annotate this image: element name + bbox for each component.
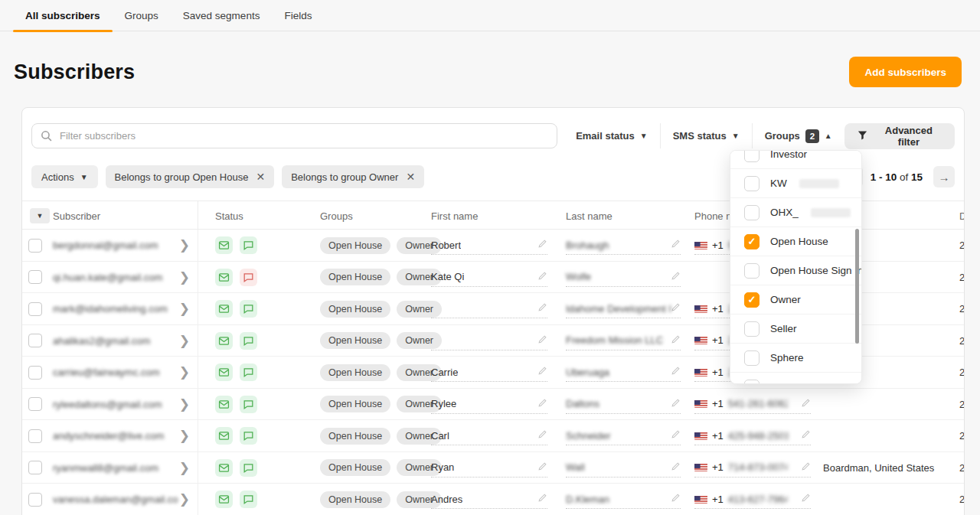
group-option[interactable]: OHX_	[730, 198, 861, 227]
chevron-right-icon[interactable]: ❯	[178, 429, 191, 442]
edit-pencil-icon[interactable]	[537, 429, 547, 442]
filter-chip[interactable]: Belongs to group Open House ✕	[106, 165, 275, 188]
group-option[interactable]: KW	[730, 169, 861, 198]
last-name-field[interactable]: Uberuaga	[566, 366, 681, 382]
last-name-field[interactable]: Idahome Development I	[566, 302, 681, 318]
edit-pencil-icon[interactable]	[537, 398, 547, 410]
checkbox[interactable]	[744, 350, 760, 366]
email-status-filter[interactable]: Email status ▼	[564, 123, 660, 148]
tab-saved-segments[interactable]: Saved segments	[171, 0, 273, 31]
edit-pencil-icon[interactable]	[537, 493, 547, 505]
groups-filter[interactable]: Groups 2 ▲	[752, 123, 844, 148]
edit-pencil-icon[interactable]	[801, 493, 811, 505]
edit-pencil-icon[interactable]	[671, 366, 681, 378]
first-name-field[interactable]: Robert	[431, 239, 547, 255]
first-name-field[interactable]: Andres	[431, 493, 547, 509]
edit-pencil-icon[interactable]	[537, 334, 547, 347]
last-name-field[interactable]: Wall	[566, 461, 681, 478]
tab-groups[interactable]: Groups	[113, 0, 171, 31]
row-checkbox[interactable]	[28, 397, 42, 411]
row-checkbox[interactable]	[28, 302, 42, 316]
edit-pencil-icon[interactable]	[801, 461, 811, 474]
edit-pencil-icon[interactable]	[537, 271, 547, 283]
edit-pencil-icon[interactable]	[537, 239, 547, 251]
group-option[interactable]	[730, 373, 861, 384]
checkbox[interactable]	[744, 292, 760, 308]
row-checkbox[interactable]	[28, 493, 42, 507]
first-name-field[interactable]: Carl	[431, 429, 547, 445]
first-name-field[interactable]	[431, 334, 547, 350]
row-checkbox[interactable]	[28, 366, 42, 380]
edit-pencil-icon[interactable]	[537, 461, 547, 474]
edit-pencil-icon[interactable]	[801, 429, 811, 442]
edit-pencil-icon[interactable]	[671, 239, 681, 251]
last-name-field[interactable]: Brohaugh	[566, 239, 681, 255]
row-checkbox[interactable]	[28, 461, 42, 474]
add-subscribers-button[interactable]: Add subscribers	[849, 57, 962, 87]
row-checkbox[interactable]	[28, 429, 42, 443]
group-option[interactable]: Investor	[730, 150, 861, 169]
group-option[interactable]: Seller	[730, 315, 861, 344]
checkbox[interactable]	[744, 234, 760, 249]
row-checkbox[interactable]	[28, 239, 42, 253]
remove-chip-icon[interactable]: ✕	[406, 171, 415, 183]
phone-field[interactable]: +1 714-873-0074	[694, 461, 811, 478]
edit-pencil-icon[interactable]	[671, 493, 681, 505]
row-checkbox[interactable]	[28, 334, 42, 347]
edit-pencil-icon[interactable]	[671, 398, 681, 410]
tab-all-subscribers[interactable]: All subscribers	[13, 0, 113, 31]
next-page-button[interactable]: →	[933, 166, 955, 187]
group-option[interactable]: Sphere	[730, 344, 861, 373]
chevron-right-icon[interactable]: ❯	[178, 493, 191, 506]
first-name-field[interactable]: Kate Qi	[431, 271, 547, 287]
edit-pencil-icon[interactable]	[801, 398, 811, 410]
last-name-field[interactable]: Schneider	[566, 429, 681, 445]
remove-chip-icon[interactable]: ✕	[256, 171, 265, 183]
chevron-right-icon[interactable]: ❯	[178, 239, 191, 252]
last-name-field[interactable]: Freedom Mission LLC	[566, 334, 681, 350]
checkbox[interactable]	[744, 380, 760, 385]
search-input[interactable]	[31, 123, 557, 148]
edit-pencil-icon[interactable]	[671, 334, 681, 347]
group-option[interactable]: Open House	[730, 227, 861, 256]
advanced-filter-button[interactable]: Advanced filter	[844, 123, 955, 149]
chevron-right-icon[interactable]: ❯	[178, 334, 191, 347]
checkbox[interactable]	[744, 321, 760, 337]
phone-field[interactable]: +1 541-261-6062	[694, 398, 811, 414]
edit-pencil-icon[interactable]	[537, 366, 547, 378]
group-option[interactable]: Owner	[730, 285, 861, 315]
last-name-field[interactable]: D.Kleman	[566, 493, 681, 509]
checkbox[interactable]	[744, 263, 760, 279]
checkbox[interactable]	[744, 205, 760, 220]
chevron-right-icon[interactable]: ❯	[178, 271, 191, 284]
chevron-right-icon[interactable]: ❯	[178, 398, 191, 411]
chevron-right-icon[interactable]: ❯	[178, 366, 191, 379]
edit-pencil-icon[interactable]	[537, 302, 547, 315]
select-all-button[interactable]: ▼	[30, 208, 50, 223]
last-name-field[interactable]: Wolfe	[566, 271, 681, 287]
last-name-field[interactable]: Daltons	[566, 398, 681, 414]
edit-pencil-icon[interactable]	[671, 271, 681, 283]
tab-fields[interactable]: Fields	[272, 0, 324, 31]
filter-chip[interactable]: Belongs to group Owner ✕	[282, 165, 424, 188]
edit-pencil-icon[interactable]	[671, 429, 681, 442]
last-name-value: Brohaugh	[566, 240, 609, 251]
first-name-field[interactable]	[431, 302, 547, 318]
phone-field[interactable]: +1 413-627-7964	[694, 493, 811, 509]
phone-field[interactable]: +1 425-948-2501	[694, 429, 811, 445]
chevron-right-icon[interactable]: ❯	[178, 302, 191, 315]
chevron-right-icon[interactable]: ❯	[178, 461, 191, 474]
row-checkbox[interactable]	[28, 270, 42, 284]
first-name-field[interactable]: Rylee	[431, 398, 547, 414]
checkbox[interactable]	[744, 150, 760, 162]
group-option[interactable]: Open House Sign In	[730, 256, 861, 285]
first-name-field[interactable]: Ryan	[431, 461, 547, 478]
edit-pencil-icon[interactable]	[671, 302, 681, 315]
first-name-field[interactable]: Carrie	[431, 366, 547, 382]
sms-status-filter[interactable]: SMS status ▼	[660, 123, 752, 148]
actions-button[interactable]: Actions ▼	[31, 165, 98, 188]
edit-pencil-icon[interactable]	[671, 461, 681, 474]
dropdown-scrollbar[interactable]	[855, 229, 859, 344]
checkbox[interactable]	[744, 176, 760, 191]
col-groups: Groups	[309, 210, 431, 222]
